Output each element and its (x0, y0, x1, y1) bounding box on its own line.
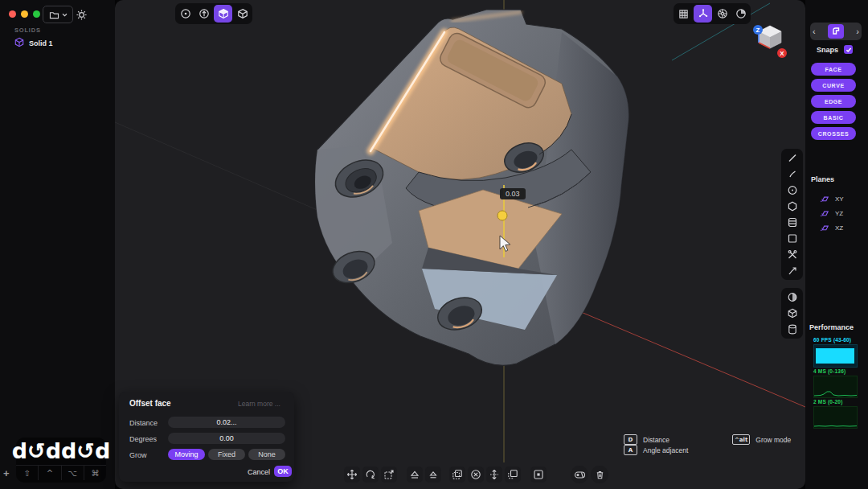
cube-icon (14, 36, 24, 51)
snap-edge-button[interactable]: EDGE (811, 95, 856, 108)
snaps-checkbox[interactable] (844, 45, 853, 54)
carousel-next-button[interactable]: › (856, 27, 859, 36)
chevron-down-icon (62, 13, 68, 17)
wheel-icon (717, 8, 728, 19)
cylinder-tool-button[interactable] (787, 323, 798, 335)
mirror-button[interactable] (486, 466, 502, 483)
circle-tool-button[interactable] (787, 184, 798, 196)
control-key-icon: ^ (39, 466, 61, 480)
solid-mode-button[interactable] (234, 5, 251, 23)
window-close-button[interactable] (9, 10, 16, 18)
hint-angle: A Angle adjacent (624, 445, 688, 455)
view-cube[interactable]: Z X (751, 19, 789, 60)
rectangle-tool-button[interactable] (787, 232, 798, 244)
scale-button[interactable] (381, 466, 397, 483)
line-tool-button[interactable] (787, 152, 798, 164)
plane-item-xz[interactable]: XZ (820, 220, 843, 235)
file-menu-button[interactable] (43, 6, 73, 23)
boolean-button[interactable] (468, 466, 484, 483)
offset-face-action-button[interactable] (425, 466, 441, 483)
outliner-item-label: Solid 1 (29, 39, 53, 47)
point-mode-icon (180, 8, 191, 19)
axes-gizmo-icon (698, 8, 709, 19)
rotate-icon (365, 469, 376, 480)
snap-basic-button[interactable]: BASIC (811, 111, 856, 124)
pattern-button[interactable] (530, 466, 547, 483)
box-tool-button[interactable] (787, 307, 798, 319)
offset-curve-icon (787, 265, 798, 277)
ok-button[interactable]: OK (274, 466, 292, 477)
grow-none-button[interactable]: None (248, 449, 285, 460)
axis-x-badge: X (780, 50, 784, 57)
rotate-button[interactable] (362, 466, 379, 483)
hint-angle-label: Angle adjacent (643, 446, 688, 454)
snap-face-button[interactable]: FACE (811, 63, 856, 76)
keycast-modifiers: ⇧ ^ ⌥ ⌘ (16, 465, 106, 480)
move-button[interactable] (344, 466, 360, 483)
view-toolbar (674, 3, 751, 24)
trim-tool-button[interactable] (787, 249, 798, 261)
edge-mode-button[interactable] (195, 5, 212, 23)
plane-icon (820, 191, 829, 206)
point-mode-button[interactable] (177, 5, 194, 23)
sphere-tool-button[interactable] (787, 291, 798, 303)
edge-mode-icon (199, 8, 210, 19)
orbit-button[interactable] (732, 5, 749, 23)
window-zoom-button[interactable] (33, 10, 40, 18)
eject-outline-icon (428, 469, 439, 480)
snap-crosses-button[interactable]: CROSSES (811, 127, 856, 140)
eject-icon (409, 469, 420, 480)
curve-tool-button[interactable] (787, 168, 798, 180)
boxed-square-icon (533, 469, 544, 480)
option-key-icon: ⌥ (62, 466, 84, 480)
plane-icon (820, 220, 829, 235)
grid-button[interactable] (675, 5, 692, 23)
distance-label: Distance (129, 419, 158, 427)
key-alt: ^alt (732, 434, 750, 445)
degrees-label: Degrees (129, 435, 157, 443)
move-icon (346, 469, 358, 480)
right-panel: ‹ › Snaps FACE CURVE EDGE BASIC CROSSES … (805, 0, 868, 489)
learn-more-link[interactable]: Learn more ... (238, 400, 280, 408)
delete-button[interactable] (591, 466, 608, 483)
circle-icon (787, 184, 798, 196)
window-minimize-button[interactable] (21, 10, 28, 18)
cancel-button[interactable]: Cancel (248, 468, 270, 476)
bottom-toolbar (344, 466, 608, 483)
snap-curve-button[interactable]: CURVE (811, 79, 856, 92)
gizmo-button[interactable] (694, 5, 712, 23)
settings-button[interactable] (74, 7, 88, 22)
grow-fixed-button[interactable]: Fixed (208, 449, 245, 460)
sketch-tool-rail (781, 149, 803, 280)
mirror-vertical-icon (489, 469, 500, 480)
carousel-prev-button[interactable]: ‹ (813, 27, 816, 36)
line-icon (787, 152, 798, 164)
array-button[interactable] (505, 466, 521, 483)
distance-input[interactable]: 0.02... (168, 417, 285, 428)
offset-face-tool-button[interactable] (828, 24, 844, 39)
ms-meter-label-2: 2 MS (0-20) (813, 399, 843, 405)
face-mode-button[interactable] (214, 5, 232, 23)
outliner-item-solid1[interactable]: Solid 1 (14, 36, 53, 51)
polygon-tool-button[interactable] (787, 200, 798, 212)
polygon-icon (787, 200, 798, 212)
visibility-toggle-button[interactable] (571, 466, 588, 483)
grow-label: Grow (129, 451, 147, 459)
circle-x-icon (470, 469, 481, 480)
degrees-input[interactable]: 0.00 (168, 433, 285, 444)
grow-moving-button[interactable]: Moving (168, 449, 205, 460)
stack-tool-button[interactable] (787, 216, 798, 228)
wheel-button[interactable] (714, 5, 731, 23)
plane-item-xy[interactable]: XY (820, 191, 844, 206)
scale-icon (383, 469, 395, 480)
rectangle-icon (787, 232, 798, 244)
hint-distance: D Distance (624, 434, 669, 445)
plane-item-yz[interactable]: YZ (820, 206, 843, 220)
ms-meter-graph-1 (813, 376, 858, 398)
offset-curve-tool-button[interactable] (787, 265, 798, 277)
ms-meter-label-1: 4 MS (0-136) (813, 368, 845, 374)
plane-label: XZ (835, 224, 843, 232)
fps-meter-graph (813, 344, 858, 368)
duplicate-button[interactable] (449, 466, 465, 483)
raise-face-button[interactable] (407, 466, 423, 483)
